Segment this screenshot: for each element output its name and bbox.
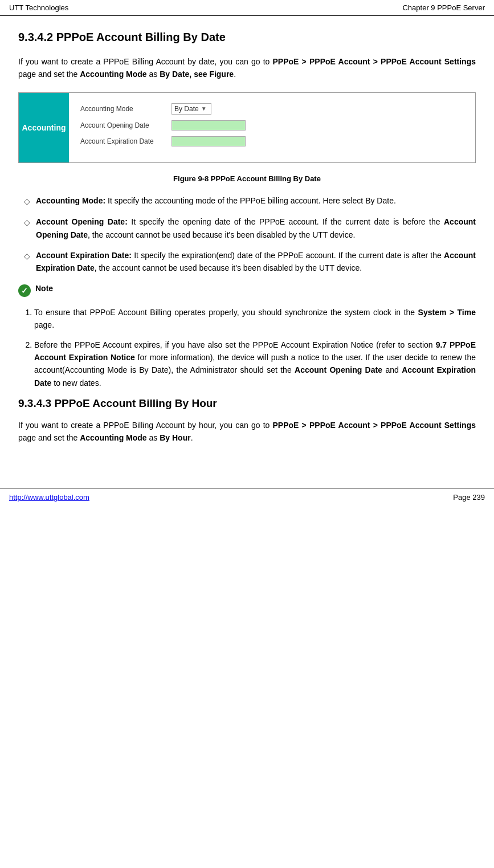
form-row-accounting-mode: Accounting Mode By Date ▼	[80, 103, 464, 115]
bullet-text-2: Account Opening Date: It specify the ope…	[36, 215, 476, 241]
page-header: UTT Technologies Chapter 9 PPPoE Server	[0, 0, 494, 16]
diamond-icon-3: ◇	[24, 250, 30, 262]
accounting-mode-select[interactable]: By Date ▼	[172, 103, 211, 115]
section2-intro: If you want to create a PPPoE Billing Ac…	[18, 419, 476, 445]
bullet-item-3: ◇ Account Expiration Date: It specify th…	[24, 249, 476, 275]
section1-intro: If you want to create a PPPoE Billing Ac…	[18, 55, 476, 81]
note-icon: ✓	[18, 284, 31, 297]
note-item-1: To ensure that PPPoE Account Billing ope…	[34, 306, 476, 332]
select-arrow-icon: ▼	[201, 105, 207, 112]
bullet-section: ◇ Accounting Mode: It specify the accoun…	[18, 194, 476, 275]
bullet-text-3: Account Expiration Date: It specify the …	[36, 249, 476, 275]
header-left: UTT Technologies	[9, 3, 68, 12]
accounting-mode-label: Accounting Mode	[80, 105, 172, 113]
expiration-date-input[interactable]	[172, 136, 246, 146]
note-label: Note	[35, 284, 53, 293]
diamond-icon-2: ◇	[24, 216, 30, 229]
footer-page: Page 239	[453, 493, 485, 502]
page-content: 9.3.4.2 PPPoE Account Billing By Date If…	[0, 16, 494, 471]
form-row-expiration-date: Account Expiration Date	[80, 136, 464, 146]
figure-sidebar-label: Accounting	[22, 123, 66, 132]
note-list: To ensure that PPPoE Account Billing ope…	[18, 306, 476, 389]
footer-link[interactable]: http://www.uttglobal.com	[9, 493, 89, 502]
form-row-opening-date: Account Opening Date	[80, 120, 464, 131]
figure-caption: Figure 9-8 PPPoE Account Billing By Date	[18, 174, 476, 183]
note-section: ✓ Note	[18, 284, 476, 297]
bullet-item-1: ◇ Accounting Mode: It specify the accoun…	[24, 194, 476, 207]
diamond-icon-1: ◇	[24, 195, 30, 207]
figure-main: Accounting Mode By Date ▼ Account Openin…	[69, 93, 475, 162]
bullet-item-2: ◇ Account Opening Date: It specify the o…	[24, 215, 476, 241]
page-footer: http://www.uttglobal.com Page 239	[0, 488, 494, 506]
note-item-2: Before the PPPoE Account expires, if you…	[34, 339, 476, 390]
accounting-mode-select-wrapper: By Date ▼	[172, 103, 211, 115]
accounting-mode-value: By Date	[174, 105, 199, 113]
header-right: Chapter 9 PPPoE Server	[402, 3, 485, 12]
section2-heading: 9.3.4.3 PPPoE Account Billing By Hour	[18, 397, 476, 410]
bullet-text-1: Accounting Mode: It specify the accounti…	[36, 194, 396, 207]
figure-box: Accounting Accounting Mode By Date ▼ Acc…	[18, 92, 476, 163]
figure-sidebar: Accounting	[19, 93, 69, 162]
opening-date-label: Account Opening Date	[80, 121, 172, 129]
expiration-date-label: Account Expiration Date	[80, 137, 172, 145]
opening-date-input[interactable]	[172, 120, 246, 131]
section1-heading: 9.3.4.2 PPPoE Account Billing By Date	[18, 31, 476, 44]
